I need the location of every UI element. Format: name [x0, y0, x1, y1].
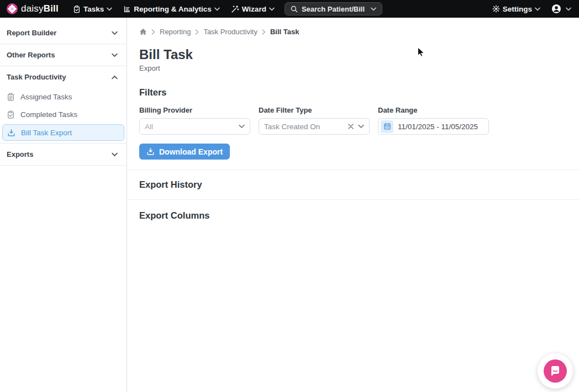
chevron-down-icon — [214, 7, 220, 11]
breadcrumb: Reporting Task Productivity Bill Task — [139, 28, 579, 36]
clipboard-icon — [73, 5, 81, 13]
page-title: Bill Task — [139, 47, 579, 62]
divider — [127, 199, 579, 200]
filters-heading: Filters — [139, 87, 579, 98]
chevron-right-icon — [262, 29, 266, 35]
date-range-label: Date Range — [378, 106, 489, 114]
chevron-down-icon — [566, 7, 571, 11]
home-icon[interactable] — [139, 28, 147, 35]
search-icon — [291, 6, 298, 13]
bar-chart-icon — [123, 5, 131, 13]
nav-settings[interactable]: Settings — [490, 0, 543, 18]
date-filter-type-select[interactable]: Task Created On — [259, 118, 370, 135]
download-icon — [146, 147, 155, 156]
daisybill-flower-icon — [7, 3, 18, 14]
download-export-label: Download Export — [159, 147, 223, 156]
chat-bubble-icon — [544, 359, 567, 383]
task-productivity-label: Task Productivity — [7, 73, 66, 81]
filter-row: Billing Provider All Date Filter Type Ta… — [139, 106, 579, 135]
assigned-tasks-label: Assigned Tasks — [20, 93, 72, 101]
nav-reporting-analytics[interactable]: Reporting & Analytics — [118, 0, 225, 18]
report-builder-label: Report Builder — [7, 29, 56, 37]
chevron-down-icon — [371, 7, 376, 11]
sidebar-item-report-builder[interactable]: Report Builder — [0, 22, 127, 44]
billing-provider-label: Billing Provider — [139, 106, 250, 114]
search-patient-bill[interactable]: Search Patient/Bill — [285, 2, 382, 15]
date-range-input[interactable]: 11/01/2025 - 11/05/2025 — [378, 118, 489, 135]
nav-tasks-label: Tasks — [83, 5, 104, 13]
nav-reporting-label: Reporting & Analytics — [134, 5, 212, 13]
chevron-right-icon — [151, 29, 155, 35]
breadcrumb-current: Bill Task — [270, 28, 299, 36]
nav-wizard-label: Wizard — [242, 5, 266, 13]
gear-icon — [492, 5, 500, 13]
clipboard-list-icon — [7, 93, 15, 101]
chevron-down-icon — [239, 124, 245, 129]
calendar-icon[interactable] — [381, 120, 393, 133]
other-reports-label: Other Reports — [7, 51, 55, 59]
date-filter-type-value: Task Created On — [264, 123, 348, 131]
sidebar-item-bill-task-export[interactable]: Bill Task Export — [2, 124, 124, 141]
nav-wizard[interactable]: Wizard — [225, 0, 280, 18]
brand-name: daisyBill — [21, 3, 59, 14]
date-filter-type-label: Date Filter Type — [259, 106, 370, 114]
download-export-button[interactable]: Download Export — [139, 144, 230, 160]
sidebar-item-assigned-tasks[interactable]: Assigned Tasks — [0, 88, 127, 105]
sidebar-item-completed-tasks[interactable]: Completed Tasks — [0, 105, 127, 123]
chevron-down-icon — [358, 124, 364, 129]
exports-label: Exports — [7, 150, 33, 158]
bill-task-export-label: Bill Task Export — [21, 129, 72, 137]
page-subtitle: Export — [139, 64, 579, 72]
sidebar-item-other-reports[interactable]: Other Reports — [0, 44, 127, 66]
clipboard-check-icon — [7, 110, 15, 119]
breadcrumb-reporting[interactable]: Reporting — [160, 28, 191, 36]
brand-logo[interactable]: daisyBill — [7, 3, 59, 14]
billing-provider-value: All — [145, 123, 239, 131]
nav-account[interactable] — [550, 0, 572, 18]
top-navbar: daisyBill Tasks Reporting & Analytics — [0, 0, 579, 18]
divider — [127, 169, 579, 170]
chevron-down-icon — [269, 7, 275, 11]
chevron-down-icon — [112, 152, 118, 157]
sidebar: Report Builder Other Reports Task Produc… — [0, 18, 127, 392]
chevron-down-icon — [112, 31, 118, 35]
clear-icon[interactable] — [348, 124, 354, 129]
breadcrumb-task-productivity[interactable]: Task Productivity — [203, 28, 257, 36]
magic-wand-icon — [231, 5, 239, 13]
download-icon — [7, 129, 15, 137]
chevron-up-icon — [112, 75, 118, 80]
chat-launcher[interactable] — [538, 353, 573, 389]
sidebar-item-exports[interactable]: Exports — [0, 144, 127, 165]
date-range-value: 11/01/2025 - 11/05/2025 — [398, 123, 483, 131]
search-label: Search Patient/Bill — [302, 5, 365, 13]
divider — [0, 165, 127, 166]
sidebar-item-task-productivity[interactable]: Task Productivity — [0, 66, 127, 88]
billing-provider-select[interactable]: All — [139, 118, 250, 135]
user-circle-icon — [551, 4, 561, 14]
chevron-down-icon — [107, 7, 112, 11]
nav-settings-label: Settings — [503, 5, 532, 13]
nav-tasks[interactable]: Tasks — [67, 0, 118, 18]
chevron-down-icon — [535, 7, 540, 11]
chevron-down-icon — [112, 53, 118, 57]
main-content: Reporting Task Productivity Bill Task Bi… — [127, 18, 579, 392]
completed-tasks-label: Completed Tasks — [20, 110, 77, 119]
export-columns-heading: Export Columns — [139, 210, 579, 221]
export-history-heading: Export History — [139, 179, 579, 190]
chevron-right-icon — [195, 29, 199, 35]
